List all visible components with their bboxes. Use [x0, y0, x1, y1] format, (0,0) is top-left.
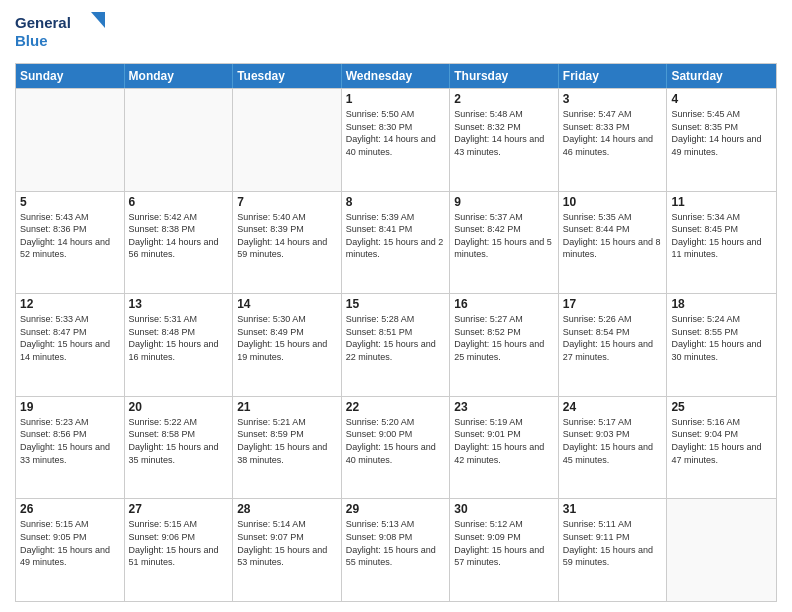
calendar: SundayMondayTuesdayWednesdayThursdayFrid…: [15, 63, 777, 602]
day-number: 18: [671, 297, 772, 311]
day-number: 4: [671, 92, 772, 106]
empty-cell-0-2: [233, 89, 342, 191]
cell-info: Sunrise: 5:47 AMSunset: 8:33 PMDaylight:…: [563, 108, 663, 158]
header: General Blue: [15, 10, 777, 55]
day-8: 8 Sunrise: 5:39 AMSunset: 8:41 PMDayligh…: [342, 192, 451, 294]
day-number: 29: [346, 502, 446, 516]
calendar-row-1: 1 Sunrise: 5:50 AMSunset: 8:30 PMDayligh…: [16, 88, 776, 191]
day-21: 21 Sunrise: 5:21 AMSunset: 8:59 PMDaylig…: [233, 397, 342, 499]
calendar-header-row: SundayMondayTuesdayWednesdayThursdayFrid…: [16, 64, 776, 88]
day-number: 16: [454, 297, 554, 311]
logo-svg: General Blue: [15, 10, 105, 55]
day-23: 23 Sunrise: 5:19 AMSunset: 9:01 PMDaylig…: [450, 397, 559, 499]
logo: General Blue: [15, 10, 105, 55]
day-31: 31 Sunrise: 5:11 AMSunset: 9:11 PMDaylig…: [559, 499, 668, 601]
day-11: 11 Sunrise: 5:34 AMSunset: 8:45 PMDaylig…: [667, 192, 776, 294]
cell-info: Sunrise: 5:19 AMSunset: 9:01 PMDaylight:…: [454, 416, 554, 466]
day-number: 9: [454, 195, 554, 209]
day-5: 5 Sunrise: 5:43 AMSunset: 8:36 PMDayligh…: [16, 192, 125, 294]
day-13: 13 Sunrise: 5:31 AMSunset: 8:48 PMDaylig…: [125, 294, 234, 396]
day-number: 22: [346, 400, 446, 414]
day-16: 16 Sunrise: 5:27 AMSunset: 8:52 PMDaylig…: [450, 294, 559, 396]
cell-info: Sunrise: 5:28 AMSunset: 8:51 PMDaylight:…: [346, 313, 446, 363]
header-cell-tuesday: Tuesday: [233, 64, 342, 88]
day-number: 10: [563, 195, 663, 209]
svg-text:General: General: [15, 14, 71, 31]
day-30: 30 Sunrise: 5:12 AMSunset: 9:09 PMDaylig…: [450, 499, 559, 601]
day-number: 25: [671, 400, 772, 414]
page: General Blue SundayMondayTuesdayWednesda…: [0, 0, 792, 612]
day-number: 2: [454, 92, 554, 106]
day-26: 26 Sunrise: 5:15 AMSunset: 9:05 PMDaylig…: [16, 499, 125, 601]
header-cell-saturday: Saturday: [667, 64, 776, 88]
day-9: 9 Sunrise: 5:37 AMSunset: 8:42 PMDayligh…: [450, 192, 559, 294]
day-18: 18 Sunrise: 5:24 AMSunset: 8:55 PMDaylig…: [667, 294, 776, 396]
day-2: 2 Sunrise: 5:48 AMSunset: 8:32 PMDayligh…: [450, 89, 559, 191]
day-25: 25 Sunrise: 5:16 AMSunset: 9:04 PMDaylig…: [667, 397, 776, 499]
day-number: 12: [20, 297, 120, 311]
cell-info: Sunrise: 5:37 AMSunset: 8:42 PMDaylight:…: [454, 211, 554, 261]
cell-info: Sunrise: 5:21 AMSunset: 8:59 PMDaylight:…: [237, 416, 337, 466]
cell-info: Sunrise: 5:13 AMSunset: 9:08 PMDaylight:…: [346, 518, 446, 568]
calendar-body: 1 Sunrise: 5:50 AMSunset: 8:30 PMDayligh…: [16, 88, 776, 601]
day-number: 5: [20, 195, 120, 209]
day-7: 7 Sunrise: 5:40 AMSunset: 8:39 PMDayligh…: [233, 192, 342, 294]
cell-info: Sunrise: 5:16 AMSunset: 9:04 PMDaylight:…: [671, 416, 772, 466]
day-6: 6 Sunrise: 5:42 AMSunset: 8:38 PMDayligh…: [125, 192, 234, 294]
day-number: 8: [346, 195, 446, 209]
cell-info: Sunrise: 5:23 AMSunset: 8:56 PMDaylight:…: [20, 416, 120, 466]
header-cell-friday: Friday: [559, 64, 668, 88]
day-number: 6: [129, 195, 229, 209]
day-12: 12 Sunrise: 5:33 AMSunset: 8:47 PMDaylig…: [16, 294, 125, 396]
day-number: 27: [129, 502, 229, 516]
cell-info: Sunrise: 5:31 AMSunset: 8:48 PMDaylight:…: [129, 313, 229, 363]
cell-info: Sunrise: 5:17 AMSunset: 9:03 PMDaylight:…: [563, 416, 663, 466]
day-17: 17 Sunrise: 5:26 AMSunset: 8:54 PMDaylig…: [559, 294, 668, 396]
cell-info: Sunrise: 5:50 AMSunset: 8:30 PMDaylight:…: [346, 108, 446, 158]
day-14: 14 Sunrise: 5:30 AMSunset: 8:49 PMDaylig…: [233, 294, 342, 396]
day-number: 7: [237, 195, 337, 209]
cell-info: Sunrise: 5:20 AMSunset: 9:00 PMDaylight:…: [346, 416, 446, 466]
day-number: 15: [346, 297, 446, 311]
cell-info: Sunrise: 5:30 AMSunset: 8:49 PMDaylight:…: [237, 313, 337, 363]
cell-info: Sunrise: 5:22 AMSunset: 8:58 PMDaylight:…: [129, 416, 229, 466]
day-15: 15 Sunrise: 5:28 AMSunset: 8:51 PMDaylig…: [342, 294, 451, 396]
calendar-row-3: 12 Sunrise: 5:33 AMSunset: 8:47 PMDaylig…: [16, 293, 776, 396]
day-3: 3 Sunrise: 5:47 AMSunset: 8:33 PMDayligh…: [559, 89, 668, 191]
cell-info: Sunrise: 5:24 AMSunset: 8:55 PMDaylight:…: [671, 313, 772, 363]
day-number: 13: [129, 297, 229, 311]
header-cell-sunday: Sunday: [16, 64, 125, 88]
cell-info: Sunrise: 5:11 AMSunset: 9:11 PMDaylight:…: [563, 518, 663, 568]
day-24: 24 Sunrise: 5:17 AMSunset: 9:03 PMDaylig…: [559, 397, 668, 499]
day-number: 28: [237, 502, 337, 516]
day-number: 14: [237, 297, 337, 311]
day-27: 27 Sunrise: 5:15 AMSunset: 9:06 PMDaylig…: [125, 499, 234, 601]
cell-info: Sunrise: 5:15 AMSunset: 9:05 PMDaylight:…: [20, 518, 120, 568]
cell-info: Sunrise: 5:34 AMSunset: 8:45 PMDaylight:…: [671, 211, 772, 261]
empty-cell-0-1: [125, 89, 234, 191]
day-number: 30: [454, 502, 554, 516]
day-number: 1: [346, 92, 446, 106]
calendar-row-4: 19 Sunrise: 5:23 AMSunset: 8:56 PMDaylig…: [16, 396, 776, 499]
day-20: 20 Sunrise: 5:22 AMSunset: 8:58 PMDaylig…: [125, 397, 234, 499]
header-cell-thursday: Thursday: [450, 64, 559, 88]
svg-text:Blue: Blue: [15, 32, 48, 49]
cell-info: Sunrise: 5:26 AMSunset: 8:54 PMDaylight:…: [563, 313, 663, 363]
day-number: 26: [20, 502, 120, 516]
cell-info: Sunrise: 5:48 AMSunset: 8:32 PMDaylight:…: [454, 108, 554, 158]
cell-info: Sunrise: 5:14 AMSunset: 9:07 PMDaylight:…: [237, 518, 337, 568]
header-cell-wednesday: Wednesday: [342, 64, 451, 88]
day-number: 19: [20, 400, 120, 414]
calendar-row-5: 26 Sunrise: 5:15 AMSunset: 9:05 PMDaylig…: [16, 498, 776, 601]
empty-cell-4-6: [667, 499, 776, 601]
day-number: 24: [563, 400, 663, 414]
svg-marker-2: [91, 12, 105, 28]
cell-info: Sunrise: 5:45 AMSunset: 8:35 PMDaylight:…: [671, 108, 772, 158]
day-28: 28 Sunrise: 5:14 AMSunset: 9:07 PMDaylig…: [233, 499, 342, 601]
cell-info: Sunrise: 5:12 AMSunset: 9:09 PMDaylight:…: [454, 518, 554, 568]
day-1: 1 Sunrise: 5:50 AMSunset: 8:30 PMDayligh…: [342, 89, 451, 191]
cell-info: Sunrise: 5:15 AMSunset: 9:06 PMDaylight:…: [129, 518, 229, 568]
day-number: 11: [671, 195, 772, 209]
day-22: 22 Sunrise: 5:20 AMSunset: 9:00 PMDaylig…: [342, 397, 451, 499]
day-number: 3: [563, 92, 663, 106]
